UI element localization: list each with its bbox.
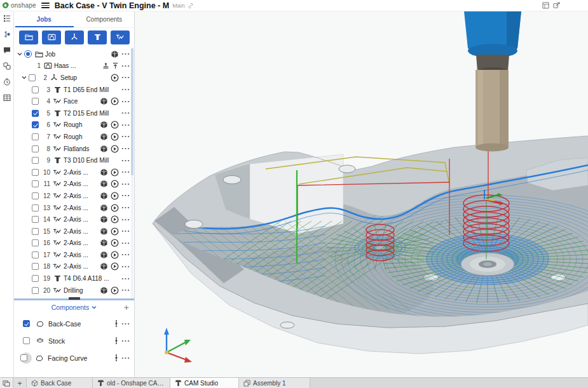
components-header[interactable]: Components: [14, 301, 134, 314]
tab-manager-icon[interactable]: [0, 378, 13, 388]
visibility-checkbox[interactable]: [32, 287, 39, 294]
simulate-icon[interactable]: [100, 192, 108, 200]
sidebar-scrollbar-thumb[interactable]: [131, 48, 133, 175]
visibility-checkbox[interactable]: [29, 74, 36, 81]
play-icon[interactable]: [111, 204, 119, 212]
visibility-checkbox[interactable]: [32, 228, 39, 235]
simulate-icon[interactable]: [100, 251, 108, 259]
play-icon[interactable]: [111, 192, 119, 200]
sidebar-tab-components[interactable]: Components: [74, 11, 135, 27]
job-radio[interactable]: [24, 50, 32, 58]
doc-tab-old-onshape-cam-stu-[interactable]: old - Onshape CAM Stu...: [93, 378, 170, 388]
tree-row[interactable]: 172-Axis ...: [14, 249, 134, 261]
simulate-icon[interactable]: [100, 145, 108, 153]
pin-icon[interactable]: [114, 337, 119, 345]
visibility-checkbox[interactable]: [32, 98, 39, 105]
raise-icon[interactable]: [112, 62, 119, 69]
doc-tab-back-case[interactable]: Back Case: [27, 378, 93, 388]
menu-icon[interactable]: [121, 53, 130, 55]
menu-icon[interactable]: [121, 289, 130, 291]
visibility-checkbox[interactable]: [32, 133, 39, 140]
component-row[interactable]: Back-Case: [14, 315, 134, 332]
visibility-checkbox[interactable]: [32, 204, 39, 211]
menu-icon[interactable]: [121, 357, 130, 359]
operation-button[interactable]: [111, 30, 130, 44]
play-icon[interactable]: [111, 286, 119, 295]
menu-icon[interactable]: [121, 206, 130, 209]
menu-icon[interactable]: [121, 112, 130, 114]
setup-button[interactable]: [65, 30, 84, 44]
visibility-checkbox[interactable]: [32, 216, 39, 223]
main-menu-icon[interactable]: [41, 3, 50, 8]
tree-row[interactable]: 4Face: [14, 95, 134, 107]
tree-row[interactable]: 102-Axis ...: [14, 166, 134, 178]
tree-row[interactable]: 142-Axis ...: [14, 213, 134, 225]
component-checkbox[interactable]: [20, 354, 27, 361]
simulate-icon[interactable]: [100, 227, 108, 236]
pin-icon[interactable]: [114, 354, 119, 362]
play-icon[interactable]: [111, 262, 119, 271]
menu-icon[interactable]: [121, 171, 130, 173]
visibility-checkbox[interactable]: [32, 86, 39, 93]
play-icon[interactable]: [111, 145, 119, 153]
visibility-checkbox[interactable]: [32, 192, 39, 199]
menu-icon[interactable]: [121, 323, 130, 325]
tree-row[interactable]: 8Flatlands: [14, 143, 134, 155]
visibility-checkbox[interactable]: [32, 263, 39, 270]
play-icon[interactable]: [111, 168, 119, 177]
feature-list-icon[interactable]: [3, 14, 11, 23]
menu-icon[interactable]: [121, 194, 130, 197]
menu-icon[interactable]: [121, 278, 130, 280]
menu-icon[interactable]: [121, 230, 130, 232]
tree-row[interactable]: 152-Axis ...: [14, 225, 134, 237]
visibility-checkbox[interactable]: [32, 275, 39, 282]
tables-icon[interactable]: [3, 93, 11, 102]
simulate-icon[interactable]: [100, 215, 108, 224]
visibility-checkbox[interactable]: [32, 239, 39, 246]
simulate-icon[interactable]: [100, 97, 108, 105]
simulate-icon[interactable]: [100, 133, 108, 141]
doc-tab-assembly-1[interactable]: Assembly 1: [239, 378, 310, 388]
menu-icon[interactable]: [121, 88, 130, 91]
menu-icon[interactable]: [121, 135, 130, 138]
visibility-checkbox[interactable]: [32, 121, 39, 128]
simulate-icon[interactable]: [100, 121, 108, 129]
tree-row[interactable]: 6Rough: [14, 119, 134, 131]
component-checkbox[interactable]: [23, 320, 30, 327]
menu-icon[interactable]: [121, 147, 130, 150]
job-button[interactable]: [19, 30, 38, 44]
follow-icon[interactable]: [3, 30, 11, 39]
menu-icon[interactable]: [121, 242, 130, 244]
tree-row[interactable]: 132-Axis ...: [14, 202, 134, 214]
menu-icon[interactable]: [121, 183, 130, 185]
tree-row[interactable]: 9T3 D10 End Mill: [14, 154, 134, 166]
panel-divider-handle[interactable]: [14, 298, 134, 300]
grid-apps-icon[interactable]: [542, 2, 549, 9]
machine-button[interactable]: [42, 30, 61, 44]
simulate-icon[interactable]: [100, 168, 108, 177]
menu-icon[interactable]: [121, 76, 130, 79]
play-icon[interactable]: [111, 227, 119, 236]
tree-row[interactable]: 20Drilling: [14, 284, 134, 297]
doc-tab-cam-studio[interactable]: CAM Studio: [170, 378, 239, 388]
menu-icon[interactable]: [121, 65, 130, 67]
versions-icon[interactable]: [3, 62, 11, 70]
add-component-button[interactable]: +: [124, 301, 129, 314]
chevron-down-icon[interactable]: [17, 51, 24, 57]
3d-viewport[interactable]: [135, 11, 588, 377]
visibility-checkbox[interactable]: [32, 157, 39, 164]
tree-row[interactable]: 1Haas ...: [14, 60, 134, 72]
visibility-checkbox[interactable]: [32, 251, 39, 258]
play-icon[interactable]: [111, 239, 119, 247]
component-row[interactable]: Facing Curve: [14, 349, 134, 366]
menu-icon[interactable]: [121, 124, 130, 126]
post-icon[interactable]: [102, 62, 109, 69]
tree-row[interactable]: 182-Axis ...: [14, 261, 134, 273]
tree-row[interactable]: 122-Axis ...: [14, 190, 134, 202]
menu-icon[interactable]: [121, 218, 130, 221]
menu-icon[interactable]: [121, 253, 130, 256]
menu-icon[interactable]: [121, 159, 130, 162]
play-icon[interactable]: [111, 97, 119, 105]
play-icon[interactable]: [111, 180, 119, 188]
history-icon[interactable]: [3, 77, 11, 86]
